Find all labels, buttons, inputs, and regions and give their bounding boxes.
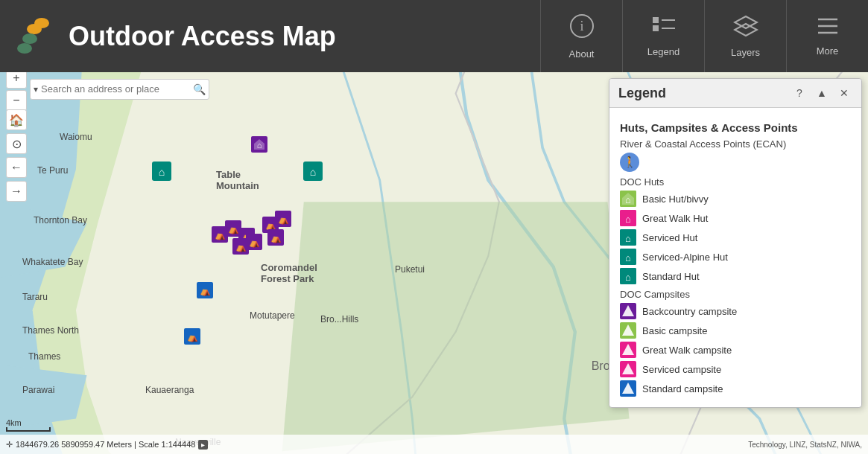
- svg-text:⌂: ⌂: [625, 194, 631, 205]
- scale-bar: 4km: [6, 418, 51, 432]
- about-icon: i: [569, 13, 595, 44]
- header: Outdoor Access Map i About Legend: [0, 0, 868, 72]
- svg-rect-8: [653, 25, 659, 31]
- backcountry-camp-label: Backcountry campsite: [642, 306, 737, 317]
- coords-expand-button[interactable]: ▸: [198, 440, 208, 450]
- scale-line: [6, 427, 51, 432]
- svg-rect-6: [653, 17, 659, 23]
- legend-header: Legend ? ▲ ✕: [609, 79, 861, 108]
- locate-button[interactable]: ⊙: [6, 133, 27, 154]
- marker-3: ⌂: [303, 162, 323, 181]
- zoom-in-button[interactable]: +: [6, 72, 27, 89]
- scale-label: 4km: [6, 418, 51, 427]
- marker-2: ⌂: [152, 162, 171, 181]
- legend-item-great-walk-camp: Great Walk campsite: [620, 342, 851, 358]
- legend-subsection-doc-huts: DOC Huts: [620, 176, 851, 188]
- standard-hut-label: Standard Hut: [642, 271, 700, 282]
- legend-label: Legend: [647, 46, 679, 57]
- great-walk-hut-icon: ⌂: [620, 210, 636, 226]
- nav-about[interactable]: i About: [540, 0, 622, 72]
- nav-legend[interactable]: Legend: [622, 0, 704, 72]
- svg-text:⛺: ⛺: [278, 214, 289, 225]
- serviced-alpine-hut-icon: ⌂: [620, 249, 636, 265]
- layers-label: Layers: [731, 47, 760, 58]
- svg-text:⛺: ⛺: [228, 223, 239, 234]
- marker-13: ⛺: [184, 328, 200, 345]
- legend-title: Legend: [618, 86, 666, 101]
- legend-item-serviced-hut: ⌂ Serviced Hut: [620, 229, 851, 246]
- svg-text:⛺: ⛺: [200, 285, 211, 296]
- back-button[interactable]: ←: [6, 157, 27, 178]
- more-icon: [815, 16, 840, 41]
- coordinates-text: 1844679.26 5890959.47 Meters | Scale 1:1…: [16, 440, 195, 449]
- legend-controls: ? ▲ ✕: [791, 85, 852, 101]
- backcountry-camp-icon: [620, 303, 636, 319]
- legend-panel: Legend ? ▲ ✕ Huts, Campsites & Access Po…: [609, 78, 862, 408]
- search-dropdown-button[interactable]: ▾: [34, 84, 38, 95]
- marker-8: ⛺: [246, 234, 262, 250]
- serviced-camp-icon: [620, 361, 636, 377]
- zoom-out-button[interactable]: −: [6, 90, 27, 111]
- toolbar: + − ▾ 🔍: [0, 72, 215, 106]
- legend-item-basic-camp: Basic campsite: [620, 322, 851, 339]
- svg-point-1: [27, 24, 42, 34]
- standard-camp-icon: [620, 380, 636, 397]
- svg-text:⌂: ⌂: [257, 141, 262, 150]
- legend-collapse-button[interactable]: ▲: [814, 85, 830, 101]
- svg-text:⌂: ⌂: [625, 252, 631, 263]
- coordinates-display: ✛ 1844679.26 5890959.47 Meters | Scale 1…: [6, 440, 208, 450]
- home-button[interactable]: 🏠: [6, 109, 27, 130]
- basic-hut-label: Basic Hut/bivvy: [642, 194, 709, 205]
- svg-text:⌂: ⌂: [625, 233, 631, 244]
- legend-section-title: Huts, Campsites & Access Points: [620, 121, 851, 134]
- great-walk-camp-label: Great Walk campsite: [642, 345, 732, 356]
- legend-item-standard-hut: ⌂ Standard Hut: [620, 268, 851, 284]
- svg-text:⛺: ⛺: [249, 237, 260, 248]
- serviced-hut-label: Serviced Hut: [642, 232, 697, 243]
- legend-item-serviced-alpine-hut: ⌂ Serviced-Alpine Hut: [620, 249, 851, 265]
- standard-hut-icon: ⌂: [620, 268, 636, 284]
- svg-text:⌂: ⌂: [625, 272, 631, 283]
- legend-item-serviced-camp: Serviced campsite: [620, 361, 851, 377]
- serviced-alpine-hut-label: Serviced-Alpine Hut: [642, 252, 728, 263]
- forward-button[interactable]: →: [6, 181, 27, 202]
- svg-text:⛺: ⛺: [235, 241, 247, 252]
- status-bar: ✛ 1844679.26 5890959.47 Meters | Scale 1…: [0, 435, 868, 454]
- basic-camp-icon: [620, 322, 636, 339]
- search-container: ▾ 🔍: [30, 79, 209, 100]
- svg-text:⛺: ⛺: [270, 232, 282, 243]
- marker-1: ⌂: [251, 136, 267, 153]
- svg-marker-11: [735, 24, 757, 36]
- main-area: 25A 25 Telrd Bro... Waiomu Te Puru Table…: [0, 72, 868, 454]
- layers-icon: [733, 15, 758, 42]
- svg-text:⛺: ⛺: [215, 229, 226, 240]
- legend-body: Huts, Campsites & Access Points River & …: [609, 108, 861, 407]
- legend-help-button[interactable]: ?: [791, 85, 808, 101]
- svg-text:⛺: ⛺: [187, 331, 198, 342]
- zoom-controls: + −: [6, 72, 27, 111]
- great-walk-hut-label: Great Walk Hut: [642, 213, 708, 224]
- legend-item-standard-camp: Standard campsite: [620, 380, 851, 397]
- marker-11: ⛺: [267, 229, 284, 246]
- legend-icon: [651, 16, 677, 42]
- marker-10: ⛺: [275, 211, 291, 227]
- nav-layers[interactable]: Layers: [704, 0, 786, 72]
- legend-item-great-walk-hut: ⌂ Great Walk Hut: [620, 210, 851, 226]
- svg-text:⌂: ⌂: [310, 166, 316, 178]
- walker-icon: 🚶: [620, 153, 639, 172]
- serviced-hut-icon: ⌂: [620, 229, 636, 246]
- more-label: More: [817, 45, 839, 57]
- nav-more[interactable]: More: [786, 0, 868, 72]
- left-controls: 🏠 ⊙ ← →: [6, 109, 27, 202]
- crosshair-icon: ✛: [6, 440, 13, 450]
- nav-items: i About Legend L: [540, 0, 868, 72]
- search-submit-button[interactable]: 🔍: [193, 83, 206, 95]
- great-walk-camp-icon: [620, 342, 636, 358]
- search-input[interactable]: [41, 83, 190, 95]
- about-label: About: [569, 48, 595, 60]
- attribution-text: Technology, LINZ, StatsNZ, NIWA,: [748, 441, 862, 449]
- svg-text:⌂: ⌂: [625, 214, 631, 225]
- basic-camp-label: Basic campsite: [642, 325, 707, 336]
- legend-close-button[interactable]: ✕: [836, 85, 852, 101]
- legend-subsection-doc-camps: DOC Campsites: [620, 289, 851, 300]
